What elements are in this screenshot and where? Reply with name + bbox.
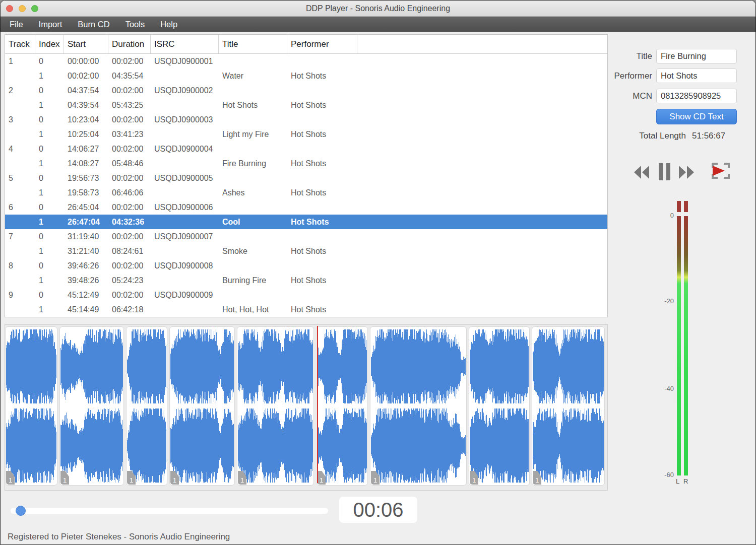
meter-clip-left: [677, 201, 681, 212]
cell-performer: [287, 142, 357, 156]
cell-isrc: [151, 185, 219, 200]
rewind-button[interactable]: [634, 166, 649, 180]
cell-start: 19:58:73: [64, 185, 108, 200]
cell-filler: [357, 69, 607, 83]
cell-index: 0: [35, 54, 64, 69]
table-row[interactable]: 1000:00:0000:02:00USQDJ0900001: [5, 54, 607, 69]
waveform-segment-track-9[interactable]: 1: [532, 326, 605, 486]
cell-performer: Hot Shots: [287, 302, 357, 317]
registration-status-text: Registered to Pieter Stenekes - Sonoris …: [8, 532, 230, 542]
cell-isrc: USQDJ0900002: [151, 83, 219, 98]
cell-duration: 00:02:00: [108, 171, 151, 185]
cell-track: 3: [5, 112, 35, 127]
table-row[interactable]: 139:48:2605:24:23Burning FireHot Shots: [5, 273, 607, 288]
table-row[interactable]: 2004:37:5400:02:00USQDJ0900002: [5, 83, 607, 98]
menu-burn-cd[interactable]: Burn CD: [78, 20, 109, 29]
cell-isrc: USQDJ0900005: [151, 171, 219, 185]
title-field[interactable]: [656, 49, 737, 63]
menu-help[interactable]: Help: [160, 20, 177, 29]
column-header-performer[interactable]: Performer: [287, 35, 357, 53]
cell-start: 10:23:04: [64, 112, 108, 127]
table-row[interactable]: 3010:23:0400:02:00USQDJ0900003: [5, 112, 607, 127]
cell-title: Burning Fire: [219, 273, 287, 288]
minimize-button[interactable]: [19, 5, 26, 12]
cell-filler: [357, 244, 607, 258]
table-row[interactable]: 119:58:7306:46:06AshesHot Shots: [5, 185, 607, 200]
meter-tick--20: -20: [658, 297, 674, 305]
cell-title: [219, 200, 287, 215]
waveform-segment-track-2[interactable]: 1: [59, 326, 124, 486]
column-header-isrc[interactable]: ISRC: [151, 35, 219, 53]
seek-slider-thumb[interactable]: [16, 506, 26, 516]
table-row[interactable]: 110:25:0403:41:23Light my FireHot Shots: [5, 127, 607, 142]
seek-slider-track[interactable]: [11, 508, 328, 514]
column-header-duration[interactable]: Duration: [108, 35, 151, 53]
cell-index: 1: [35, 156, 64, 171]
zoom-button[interactable]: [31, 5, 38, 12]
column-header-title[interactable]: Title: [219, 35, 287, 53]
table-body: 1000:00:0000:02:00USQDJ0900001100:02:000…: [5, 54, 607, 317]
menu-tools[interactable]: Tools: [125, 20, 145, 29]
table-row[interactable]: 131:21:4008:24:61SmokeHot Shots: [5, 244, 607, 258]
cell-title: Cool: [219, 215, 287, 229]
cell-filler: [357, 273, 607, 288]
app-window: DDP Player - Sonoris Audio Engineering F…: [0, 0, 756, 545]
cell-start: 00:02:00: [64, 69, 108, 83]
play-from-cursor-button[interactable]: [711, 161, 730, 182]
table-row[interactable]: 8039:46:2600:02:00USQDJ0900008: [5, 258, 607, 273]
cell-start: 19:56:73: [64, 171, 108, 185]
column-header-index[interactable]: Index: [35, 35, 64, 53]
cell-track: 4: [5, 142, 35, 156]
table-row[interactable]: 5019:56:7300:02:00USQDJ0900005: [5, 171, 607, 185]
table-row[interactable]: 6026:45:0400:02:00USQDJ0900006: [5, 200, 607, 215]
table-row-selected[interactable]: 126:47:0404:32:36CoolHot Shots: [5, 215, 607, 229]
cell-index: 0: [35, 112, 64, 127]
cell-start: 26:45:04: [64, 200, 108, 215]
table-row[interactable]: 114:08:2705:48:46Fire BurningHot Shots: [5, 156, 607, 171]
waveform-panel[interactable]: 111111111: [5, 324, 608, 491]
pause-button[interactable]: [659, 163, 671, 182]
waveform-segment-track-3[interactable]: 1: [126, 326, 167, 486]
cell-track: 2: [5, 83, 35, 98]
waveform-segment-track-5[interactable]: 1: [237, 326, 314, 486]
table-row[interactable]: 7031:19:4000:02:00USQDJ0900007: [5, 229, 607, 244]
cell-filler: [357, 215, 607, 229]
table-row[interactable]: 4014:06:2700:02:00USQDJ0900004: [5, 142, 607, 156]
waveform-segment-track-7[interactable]: 1: [370, 326, 467, 486]
cell-filler: [357, 54, 607, 69]
waveform-segment-track-4[interactable]: 1: [169, 326, 235, 486]
column-header-track[interactable]: Track: [5, 35, 35, 53]
cell-title: Water: [219, 69, 287, 83]
cell-index: 1: [35, 127, 64, 142]
table-row[interactable]: 100:02:0004:35:54WaterHot Shots: [5, 69, 607, 83]
fast-forward-button[interactable]: [679, 166, 694, 180]
cell-title: [219, 288, 287, 302]
performer-field[interactable]: [656, 69, 737, 83]
pause-icon: [659, 174, 671, 182]
close-button[interactable]: [6, 5, 13, 12]
waveform-segment-track-6[interactable]: 1: [316, 326, 368, 486]
cell-isrc: [151, 127, 219, 142]
cell-index: 0: [35, 288, 64, 302]
cell-performer: Hot Shots: [287, 156, 357, 171]
menu-file[interactable]: File: [10, 20, 23, 29]
waveform-segment-track-1[interactable]: 1: [5, 326, 57, 486]
show-cd-text-button[interactable]: Show CD Text: [656, 109, 737, 124]
cell-track: [5, 302, 35, 317]
menu-import[interactable]: Import: [39, 20, 62, 29]
table-row[interactable]: 145:14:4906:42:18Hot, Hot, HotHot Shots: [5, 302, 607, 317]
main-content: TrackIndexStartDurationISRCTitlePerforme…: [1, 32, 755, 544]
cell-track: [5, 185, 35, 200]
table-row[interactable]: 9045:12:4900:02:00USQDJ0900009: [5, 288, 607, 302]
cell-duration: 05:48:46: [108, 156, 151, 171]
table-row[interactable]: 104:39:5405:43:25Hot ShotsHot Shots: [5, 98, 607, 112]
cell-isrc: USQDJ0900001: [151, 54, 219, 69]
cell-title: [219, 171, 287, 185]
cell-filler: [357, 112, 607, 127]
cell-duration: 06:46:06: [108, 185, 151, 200]
waveform-segment-track-8[interactable]: 1: [469, 326, 530, 486]
column-header-start[interactable]: Start: [64, 35, 108, 53]
cell-duration: 00:02:00: [108, 288, 151, 302]
mcn-field[interactable]: [656, 89, 737, 103]
cell-performer: Hot Shots: [287, 98, 357, 112]
